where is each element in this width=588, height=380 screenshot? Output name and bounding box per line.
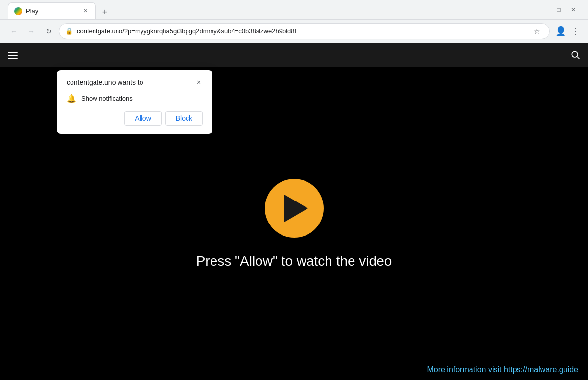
popup-close-button[interactable]: × — [193, 76, 205, 88]
minimize-button[interactable]: — — [537, 4, 551, 16]
browser-frame: Play ✕ + — □ ✕ ← → ↻ 🔒 contentgate.uno/?… — [0, 0, 588, 380]
allow-button[interactable]: Allow — [124, 111, 161, 126]
address-text: contentgate.uno/?p=myygknrqha5gi3bpgq2dm… — [77, 27, 526, 35]
menu-button[interactable]: ⋮ — [568, 24, 582, 38]
svg-line-1 — [577, 57, 580, 59]
window-controls: — □ ✕ — [537, 4, 580, 16]
browser-actions: 👤 ⋮ — [554, 24, 582, 38]
tab-close-button[interactable]: ✕ — [81, 7, 90, 16]
block-button[interactable]: Block — [165, 111, 203, 126]
notification-popup: contentgate.uno wants to × 🔔 Show notifi… — [57, 70, 212, 134]
bookmark-button[interactable]: ☆ — [530, 24, 543, 38]
close-button[interactable]: ✕ — [566, 4, 580, 16]
active-tab[interactable]: Play ✕ — [8, 2, 96, 19]
svg-point-0 — [572, 51, 578, 57]
lock-icon: 🔒 — [65, 27, 73, 35]
profile-button[interactable]: 👤 — [554, 24, 567, 38]
title-bar: Play ✕ + — □ ✕ — [0, 0, 588, 20]
permission-row: 🔔 Show notifications — [67, 94, 203, 103]
bell-icon: 🔔 — [67, 94, 76, 103]
reload-button[interactable]: ↻ — [41, 23, 57, 39]
back-button[interactable]: ← — [6, 23, 22, 39]
address-bar[interactable]: 🔒 contentgate.uno/?p=myygknrqha5gi3bpgq2… — [59, 23, 550, 39]
hamburger-line — [8, 58, 18, 59]
site-header — [0, 43, 588, 67]
play-button[interactable] — [265, 179, 324, 238]
nav-bar: ← → ↻ 🔒 contentgate.uno/?p=myygknrqha5gi… — [0, 20, 588, 43]
popup-header: contentgate.uno wants to × — [67, 78, 203, 88]
tab-favicon — [14, 7, 22, 15]
footer-link[interactable]: More information visit https://malware.g… — [427, 365, 578, 374]
tab-title: Play — [26, 7, 77, 15]
tab-bar: Play ✕ + — [4, 0, 584, 19]
play-triangle-icon — [284, 195, 308, 222]
new-tab-button[interactable]: + — [98, 5, 112, 19]
forward-button[interactable]: → — [24, 23, 39, 39]
address-actions: ☆ — [530, 24, 543, 38]
site-cta-text: Press "Allow" to watch the video — [196, 253, 392, 269]
search-button[interactable] — [570, 50, 580, 62]
hamburger-line — [8, 55, 18, 56]
popup-title: contentgate.uno wants to — [67, 78, 193, 86]
hamburger-menu[interactable] — [8, 52, 18, 59]
browser-content: Press "Allow" to watch the video More in… — [0, 43, 588, 380]
maximize-button[interactable]: □ — [552, 4, 565, 16]
popup-actions: Allow Block — [67, 111, 203, 126]
permission-text: Show notifications — [81, 95, 133, 102]
hamburger-line — [8, 52, 18, 53]
